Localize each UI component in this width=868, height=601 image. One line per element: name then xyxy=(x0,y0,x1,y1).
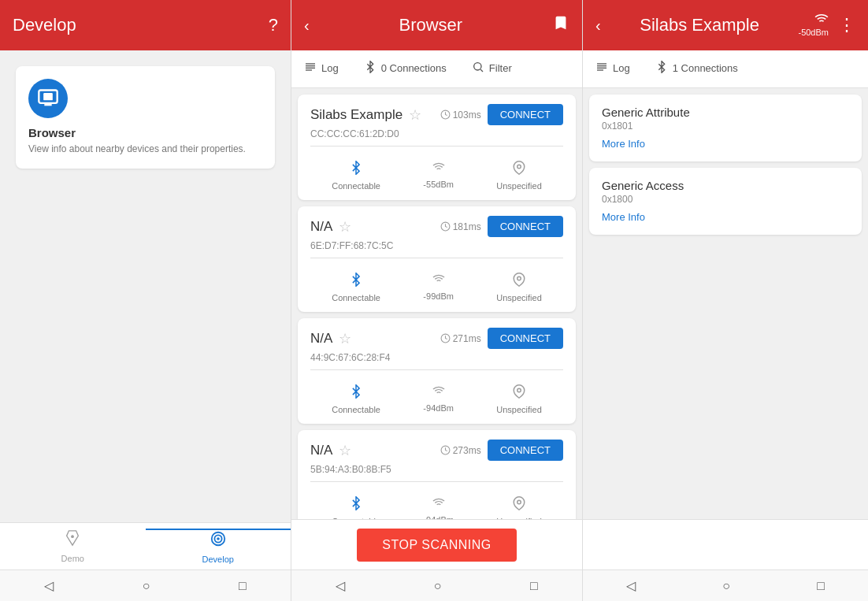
device-address-1: 6E:D7:FF:68:7C:5C xyxy=(310,240,563,251)
recents-btn-silabs[interactable]: □ xyxy=(817,579,825,593)
footer-location-3: Unspecified xyxy=(496,496,541,519)
browser-card-desc: View info about nearby devices and their… xyxy=(28,143,246,156)
separator-2 xyxy=(310,369,563,370)
separator-0 xyxy=(310,146,563,147)
home-btn-browser[interactable]: ○ xyxy=(434,579,442,593)
attr-title-1: Generic Access xyxy=(602,179,849,192)
footer-signal-1: -99dBm xyxy=(423,273,454,302)
browser-card-title: Browser xyxy=(28,126,76,139)
tab-log-label: Log xyxy=(321,62,339,74)
footer-location-0: Unspecified xyxy=(496,161,541,191)
connectable-label-1: Connectable xyxy=(332,293,380,302)
svg-point-13 xyxy=(517,165,521,169)
log-icon xyxy=(304,61,317,76)
silabs-log-label: Log xyxy=(613,62,630,74)
silabs-back-arrow[interactable]: ‹ xyxy=(595,17,601,35)
connect-btn-1[interactable]: Connect xyxy=(488,216,563,237)
device-card-1-left: N/A ☆ xyxy=(310,218,351,236)
separator-1 xyxy=(310,258,563,258)
footer-signal-0: -55dBm xyxy=(423,161,454,191)
develop-title: Develop xyxy=(13,15,76,35)
wifi-icon-2 xyxy=(431,384,447,401)
tab-filter[interactable]: Filter xyxy=(459,50,525,87)
device-card-3-right: 273ms Connect xyxy=(440,440,563,461)
footer-signal-2: -94dBm xyxy=(423,384,454,414)
develop-content: Browser View info about nearby devices a… xyxy=(0,50,291,522)
browser-android-nav: ◁ ○ □ xyxy=(291,569,582,601)
back-btn-browser[interactable]: ◁ xyxy=(336,578,345,593)
help-icon[interactable]: ? xyxy=(269,15,278,35)
search-icon xyxy=(472,61,484,76)
location-icon-1 xyxy=(512,273,526,291)
bluetooth-footer-icon-2 xyxy=(349,384,363,403)
location-label-0: Unspecified xyxy=(496,181,541,191)
wifi-icon-3 xyxy=(431,496,447,513)
silabs-panel: ‹ Silabs Example -50dBm ⋮ xyxy=(583,0,868,601)
device-address-3: 5B:94:A3:B0:8B:F5 xyxy=(310,464,563,475)
silabs-tab-log[interactable]: Log xyxy=(583,50,643,87)
back-btn-silabs[interactable]: ◁ xyxy=(626,578,636,593)
connectable-label-0: Connectable xyxy=(332,181,380,191)
develop-bottom-nav: Demo Develop xyxy=(0,522,291,569)
silabs-tab-connections[interactable]: 1 Connections xyxy=(643,50,751,87)
device-card-3-header: N/A ☆ 273ms Connect xyxy=(310,440,563,461)
home-btn-silabs[interactable]: ○ xyxy=(722,579,730,593)
separator-3 xyxy=(310,481,563,482)
attr-more-info-1[interactable]: More Info xyxy=(602,211,645,223)
svg-point-4 xyxy=(71,535,74,538)
device-time-0: 103ms xyxy=(440,109,481,121)
device-address-2: 44:9C:67:6C:28:F4 xyxy=(310,352,563,363)
location-icon-0 xyxy=(512,161,526,179)
device-address-0: CC:CC:CC:61:2D:D0 xyxy=(310,128,563,139)
star-icon-1[interactable]: ☆ xyxy=(339,218,351,236)
demo-label: Demo xyxy=(61,554,84,563)
recents-btn-develop[interactable]: □ xyxy=(239,579,247,593)
device-name-1: N/A xyxy=(310,219,332,235)
device-card-0-footer: Connectable -55dBm Unspecified xyxy=(310,154,563,191)
wifi-icon-1 xyxy=(431,273,447,289)
home-btn-develop[interactable]: ○ xyxy=(143,579,150,593)
nav-develop[interactable]: Develop xyxy=(146,529,291,564)
connect-btn-0[interactable]: Connect xyxy=(488,104,563,125)
footer-location-1: Unspecified xyxy=(496,273,541,302)
browser-back-arrow[interactable]: ‹ xyxy=(304,17,310,35)
device-card-3-footer: Connectable -94dBm Unspecified xyxy=(310,490,563,519)
signal-strength: -50dBm xyxy=(798,28,829,37)
device-card-1: N/A ☆ 181ms Connect 6E:D7:FF:68:7C:5C xyxy=(298,206,576,312)
star-icon-2[interactable]: ☆ xyxy=(339,330,351,347)
location-label-2: Unspecified xyxy=(496,405,541,414)
recents-btn-browser[interactable]: □ xyxy=(530,579,538,593)
attr-hex-0: 0x1801 xyxy=(602,121,849,132)
footer-location-2: Unspecified xyxy=(496,384,541,414)
location-icon-3 xyxy=(512,496,526,514)
connect-btn-2[interactable]: Connect xyxy=(488,328,563,349)
stop-scanning-button[interactable]: Stop Scanning xyxy=(357,529,516,562)
connect-btn-3[interactable]: Connect xyxy=(488,440,563,461)
location-label-1: Unspecified xyxy=(496,293,541,302)
browser-card[interactable]: Browser View info about nearby devices a… xyxy=(16,66,275,169)
silabs-connections-label: 1 Connections xyxy=(673,62,738,74)
device-name-0: Silabs Example xyxy=(310,107,402,123)
device-card-2-right: 271ms Connect xyxy=(440,328,563,349)
attr-more-info-0[interactable]: More Info xyxy=(602,138,645,150)
star-icon-3[interactable]: ☆ xyxy=(339,442,351,459)
tab-connections-label: 0 Connections xyxy=(381,62,447,74)
star-icon-0[interactable]: ☆ xyxy=(409,106,421,124)
back-btn-develop[interactable]: ◁ xyxy=(44,578,54,593)
more-icon[interactable]: ⋮ xyxy=(838,15,855,35)
tab-connections[interactable]: 0 Connections xyxy=(351,50,459,87)
device-time-3: 273ms xyxy=(440,445,481,456)
develop-panel: Develop ? Browser View info about nearby… xyxy=(0,0,291,601)
browser-bookmark-icon[interactable] xyxy=(552,14,569,36)
silabs-log-icon xyxy=(595,61,608,76)
silabs-header-right: -50dBm ⋮ xyxy=(798,13,855,37)
nav-demo[interactable]: Demo xyxy=(0,529,146,563)
tab-log[interactable]: Log xyxy=(291,50,351,87)
develop-topbar: Develop ? xyxy=(0,0,291,50)
device-name-3: N/A xyxy=(310,443,332,458)
footer-connectable-1: Connectable xyxy=(332,273,380,302)
device-name-2: N/A xyxy=(310,331,332,347)
develop-label: Develop xyxy=(202,555,234,564)
silabs-bottom-spacer xyxy=(583,519,868,569)
svg-point-16 xyxy=(517,276,521,280)
